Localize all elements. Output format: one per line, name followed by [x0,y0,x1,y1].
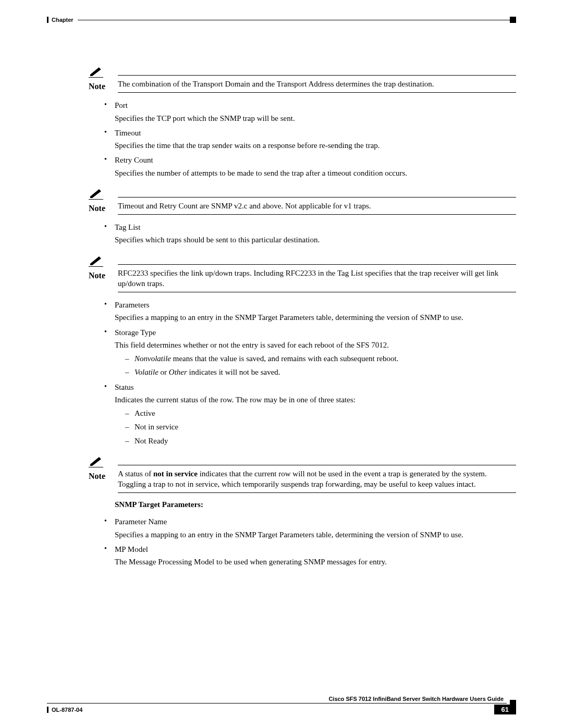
note-label: Note [89,204,105,213]
item-title: Status [115,383,134,391]
item-title: Parameter Name [115,517,167,526]
footer-top-row: Cisco SFS 7012 InfiniBand Server Switch … [47,696,516,704]
note-block: Note A status of not in service indicate… [89,455,516,493]
header-square-icon [510,17,516,23]
pencil-icon [89,188,103,200]
note-label: Note [89,271,105,280]
note-text: RFC2233 specifies the link up/down traps… [118,269,498,288]
pencil-icon [89,255,103,267]
item-desc: Specifies the number of attempts to be m… [115,168,516,178]
list-item: Timeout Specifies the time that the trap… [104,128,516,151]
note-text: The combination of the Transport Domain … [118,80,434,88]
content-area: Note The combination of the Transport Do… [89,66,516,567]
text: indicates it will not be saved. [187,368,280,376]
note-block: Note RFC2233 specifies the link up/down … [89,255,516,293]
item-title: Retry Count [115,156,153,164]
item-title: MP Model [115,545,148,553]
note-text: Timeout and Retry Count are SNMP v2.c an… [118,202,371,210]
item-title: Storage Type [115,328,156,337]
item-title: Timeout [115,129,141,137]
item-desc: Specifies a mapping to an entry in the S… [115,312,516,323]
sub-item: Not in service [125,422,516,432]
text: or [158,368,169,376]
sub-item: Active [125,408,516,418]
footer-square-icon [510,700,516,706]
bullet-list: Tag List Specifies which traps should be… [89,222,516,245]
footer-tick-icon [47,707,48,713]
text: means that the value is saved, and remai… [171,354,399,363]
note-icon-column: Note [89,188,118,215]
em: Volatile [134,368,158,376]
item-title: Port [115,101,128,109]
footer-doc-number: OL-8787-04 [47,707,82,713]
section-heading: SNMP Target Parameters: [115,500,516,509]
page-footer: Cisco SFS 7012 InfiniBand Server Switch … [47,696,516,714]
list-item: MP Model The Message Processing Model to… [104,544,516,567]
em: Other [169,368,187,376]
header-chapter-label: Chapter [52,17,74,23]
header-rule [78,20,510,20]
pencil-icon [89,455,103,467]
item-desc: Specifies the time that the trap sender … [115,140,516,151]
header-tick-icon [47,17,48,23]
footer-bottom-row: OL-8787-04 61 [47,705,516,714]
list-item: Status Indicates the current status of t… [104,382,516,446]
sub-list: Nonvolatile means that the value is save… [115,353,516,378]
item-title: Parameters [115,301,150,309]
note-block: Note Timeout and Retry Count are SNMP v2… [89,188,516,215]
page: Chapter Note The combination of the Tran… [0,0,563,728]
list-item: Parameter Name Specifies a mapping to an… [104,516,516,540]
page-number-badge: 61 [494,705,516,714]
item-desc: Specifies the TCP port which the SNMP tr… [115,113,516,124]
page-header: Chapter [47,16,516,24]
sub-item: Volatile or Other indicates it will not … [125,367,516,377]
sub-item: Not Ready [125,436,516,446]
bullet-list: Port Specifies the TCP port which the SN… [89,100,516,178]
note-text-pre: A status of [118,470,153,478]
bullet-list: Parameter Name Specifies a mapping to an… [89,516,516,567]
sub-item: Nonvolatile means that the value is save… [125,353,516,364]
note-body: Timeout and Retry Count are SNMP v2.c an… [118,197,516,215]
doc-number-text: OL-8787-04 [52,707,82,713]
note-body: RFC2233 specifies the link up/down traps… [118,264,516,293]
note-label: Note [89,82,105,91]
item-desc: The Message Processing Model to be used … [115,557,516,567]
em: Nonvolatile [134,354,171,363]
list-item: Retry Count Specifies the number of atte… [104,155,516,178]
item-title: Tag List [115,223,140,231]
bullet-list: Parameters Specifies a mapping to an ent… [89,300,516,446]
footer-guide-title: Cisco SFS 7012 InfiniBand Server Switch … [47,696,507,704]
note-label: Note [89,472,105,480]
note-body: A status of not in service indicates tha… [118,465,516,493]
note-body: The combination of the Transport Domain … [118,75,516,93]
item-desc: This field determines whether or not the… [115,340,516,350]
note-text-bold: not in service [153,470,198,478]
note-block: Note The combination of the Transport Do… [89,66,516,93]
item-desc: Indicates the current status of the row.… [115,394,516,405]
list-item: Tag List Specifies which traps should be… [104,222,516,245]
item-desc: Specifies a mapping to an entry in the S… [115,529,516,540]
note-icon-column: Note [89,255,118,293]
pencil-icon [89,66,103,78]
list-item: Storage Type This field determines wheth… [104,327,516,378]
item-desc: Specifies which traps should be sent to … [115,235,516,245]
sub-list: Active Not in service Not Ready [115,408,516,446]
note-icon-column: Note [89,455,118,493]
note-icon-column: Note [89,66,118,93]
list-item: Parameters Specifies a mapping to an ent… [104,300,516,323]
list-item: Port Specifies the TCP port which the SN… [104,100,516,124]
